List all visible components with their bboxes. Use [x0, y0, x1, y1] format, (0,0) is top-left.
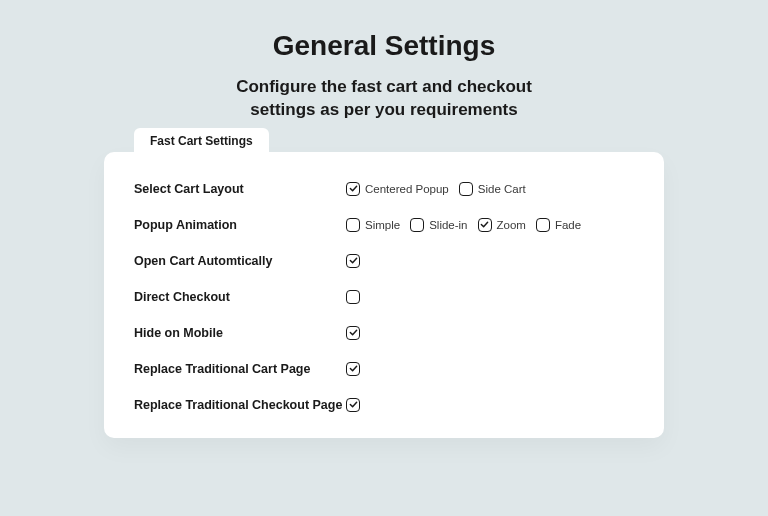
- checkbox-direct-checkout[interactable]: [346, 290, 360, 304]
- tab-label: Fast Cart Settings: [150, 134, 253, 148]
- checkbox-replace-checkout-page[interactable]: [346, 398, 360, 412]
- checkbox-zoom[interactable]: [478, 218, 492, 232]
- row-label: Replace Traditional Checkout Page: [134, 398, 346, 412]
- subtitle-line-1: Configure the fast cart and checkout: [236, 77, 532, 96]
- replace-cart-page-control: [346, 362, 360, 376]
- option-side-cart[interactable]: Side Cart: [459, 182, 526, 196]
- row-popup-animation: Popup Animation Simple Slide-in: [134, 218, 634, 232]
- check-icon: [349, 256, 358, 265]
- option-centered-popup[interactable]: Centered Popup: [346, 182, 449, 196]
- option-label: Centered Popup: [365, 183, 449, 195]
- check-icon: [349, 364, 358, 373]
- subtitle-line-2: settings as per you requirements: [250, 100, 517, 119]
- checkbox-simple[interactable]: [346, 218, 360, 232]
- checkbox-hide-on-mobile[interactable]: [346, 326, 360, 340]
- option-label: Simple: [365, 219, 400, 231]
- row-label: Hide on Mobile: [134, 326, 346, 340]
- tab-fast-cart-settings[interactable]: Fast Cart Settings: [134, 128, 269, 154]
- check-icon: [349, 328, 358, 337]
- row-replace-cart-page: Replace Traditional Cart Page: [134, 362, 634, 376]
- option-label: Slide-in: [429, 219, 467, 231]
- option-label: Fade: [555, 219, 581, 231]
- row-label: Open Cart Automtically: [134, 254, 346, 268]
- option-simple[interactable]: Simple: [346, 218, 400, 232]
- row-select-cart-layout: Select Cart Layout Centered Popup Side C…: [134, 182, 634, 196]
- checkbox-side-cart[interactable]: [459, 182, 473, 196]
- row-hide-on-mobile: Hide on Mobile: [134, 326, 634, 340]
- checkbox-replace-cart-page[interactable]: [346, 362, 360, 376]
- option-zoom[interactable]: Zoom: [478, 218, 526, 232]
- hide-on-mobile-control: [346, 326, 360, 340]
- row-replace-checkout-page: Replace Traditional Checkout Page: [134, 398, 634, 412]
- cart-layout-options: Centered Popup Side Cart: [346, 182, 526, 196]
- row-label: Direct Checkout: [134, 290, 346, 304]
- option-fade[interactable]: Fade: [536, 218, 581, 232]
- checkbox-fade[interactable]: [536, 218, 550, 232]
- replace-checkout-page-control: [346, 398, 360, 412]
- check-icon: [480, 220, 489, 229]
- open-cart-auto-control: [346, 254, 360, 268]
- check-icon: [349, 400, 358, 409]
- row-open-cart-auto: Open Cart Automtically: [134, 254, 634, 268]
- settings-panel-wrap: Fast Cart Settings Select Cart Layout Ce…: [104, 152, 664, 438]
- checkbox-centered-popup[interactable]: [346, 182, 360, 196]
- option-label: Side Cart: [478, 183, 526, 195]
- page-header: General Settings Configure the fast cart…: [0, 0, 768, 122]
- row-label: Select Cart Layout: [134, 182, 346, 196]
- row-label: Popup Animation: [134, 218, 346, 232]
- row-direct-checkout: Direct Checkout: [134, 290, 634, 304]
- option-label: Zoom: [497, 219, 526, 231]
- page-subtitle: Configure the fast cart and checkout set…: [0, 76, 768, 122]
- settings-panel: Select Cart Layout Centered Popup Side C…: [104, 152, 664, 438]
- option-slide-in[interactable]: Slide-in: [410, 218, 467, 232]
- check-icon: [349, 184, 358, 193]
- checkbox-open-cart-auto[interactable]: [346, 254, 360, 268]
- direct-checkout-control: [346, 290, 360, 304]
- row-label: Replace Traditional Cart Page: [134, 362, 346, 376]
- page-title: General Settings: [0, 30, 768, 62]
- checkbox-slide-in[interactable]: [410, 218, 424, 232]
- popup-animation-options: Simple Slide-in Zoom: [346, 218, 581, 232]
